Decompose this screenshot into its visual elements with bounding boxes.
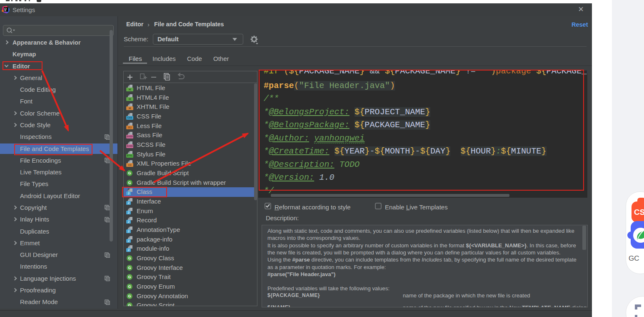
svg-text:CSDN: CSDN [634, 208, 644, 216]
svg-text:IJ: IJ [4, 8, 7, 10]
